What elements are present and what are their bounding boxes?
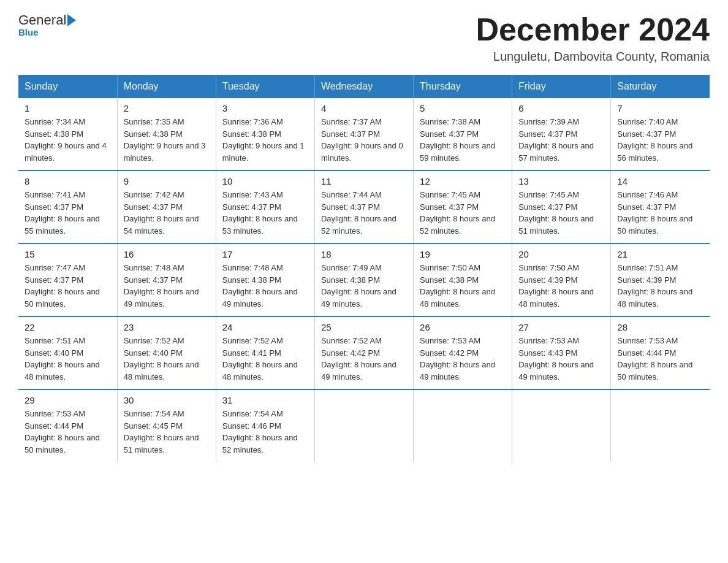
day-number: 1: [25, 103, 111, 113]
day-info: Sunrise: 7:51 AM Sunset: 4:39 PM Dayligh…: [617, 262, 703, 310]
day-number: 11: [321, 176, 407, 186]
calendar-cell: 31 Sunrise: 7:54 AM Sunset: 4:46 PM Dayl…: [216, 389, 314, 462]
day-info: Sunrise: 7:47 AM Sunset: 4:37 PM Dayligh…: [25, 262, 111, 310]
day-number: 23: [124, 322, 210, 332]
day-number: 5: [420, 103, 506, 113]
calendar-cell: 9 Sunrise: 7:42 AM Sunset: 4:37 PM Dayli…: [117, 170, 216, 243]
day-number: 13: [518, 176, 604, 186]
calendar-cell: 22 Sunrise: 7:51 AM Sunset: 4:40 PM Dayl…: [18, 316, 117, 389]
logo-general: General: [18, 12, 66, 28]
calendar-cell: 28 Sunrise: 7:53 AM Sunset: 4:44 PM Dayl…: [611, 316, 710, 389]
day-info: Sunrise: 7:48 AM Sunset: 4:37 PM Dayligh…: [124, 262, 210, 310]
day-number: 20: [518, 249, 604, 259]
calendar-title: December 2024: [476, 12, 710, 47]
weekday-header-sunday: Sunday: [18, 75, 117, 98]
day-number: 12: [420, 176, 506, 186]
day-info: Sunrise: 7:50 AM Sunset: 4:39 PM Dayligh…: [518, 262, 604, 310]
calendar-cell: 26 Sunrise: 7:53 AM Sunset: 4:42 PM Dayl…: [414, 316, 512, 389]
day-number: 28: [617, 322, 703, 332]
day-info: Sunrise: 7:38 AM Sunset: 4:37 PM Dayligh…: [420, 116, 506, 164]
calendar-cell: 5 Sunrise: 7:38 AM Sunset: 4:37 PM Dayli…: [414, 98, 512, 170]
week-row-5: 29 Sunrise: 7:53 AM Sunset: 4:44 PM Dayl…: [18, 389, 710, 462]
day-number: 25: [321, 322, 407, 332]
calendar-cell: 20 Sunrise: 7:50 AM Sunset: 4:39 PM Dayl…: [512, 243, 611, 316]
week-row-1: 1 Sunrise: 7:34 AM Sunset: 4:38 PM Dayli…: [18, 98, 710, 170]
day-number: 9: [124, 176, 210, 186]
weekday-header-tuesday: Tuesday: [216, 75, 314, 98]
day-info: Sunrise: 7:40 AM Sunset: 4:37 PM Dayligh…: [617, 116, 703, 164]
logo-blue: Blue: [18, 27, 76, 37]
day-info: Sunrise: 7:54 AM Sunset: 4:45 PM Dayligh…: [124, 408, 210, 456]
day-number: 22: [25, 322, 111, 332]
calendar-cell: 29 Sunrise: 7:53 AM Sunset: 4:44 PM Dayl…: [18, 389, 117, 462]
day-number: 18: [321, 249, 407, 259]
calendar-cell: [512, 389, 611, 462]
day-info: Sunrise: 7:42 AM Sunset: 4:37 PM Dayligh…: [124, 189, 210, 237]
calendar-cell: [611, 389, 710, 462]
page-header: General Blue December 2024 Lunguletu, Da…: [18, 12, 710, 64]
calendar-cell: 10 Sunrise: 7:43 AM Sunset: 4:37 PM Dayl…: [216, 170, 314, 243]
day-info: Sunrise: 7:50 AM Sunset: 4:38 PM Dayligh…: [420, 262, 506, 310]
day-info: Sunrise: 7:52 AM Sunset: 4:42 PM Dayligh…: [321, 335, 407, 383]
calendar-cell: 11 Sunrise: 7:44 AM Sunset: 4:37 PM Dayl…: [314, 170, 413, 243]
weekday-header-friday: Friday: [512, 75, 611, 98]
calendar-cell: 14 Sunrise: 7:46 AM Sunset: 4:37 PM Dayl…: [611, 170, 710, 243]
calendar-cell: 15 Sunrise: 7:47 AM Sunset: 4:37 PM Dayl…: [18, 243, 117, 316]
week-row-3: 15 Sunrise: 7:47 AM Sunset: 4:37 PM Dayl…: [18, 243, 710, 316]
day-number: 6: [518, 103, 604, 113]
week-row-4: 22 Sunrise: 7:51 AM Sunset: 4:40 PM Dayl…: [18, 316, 710, 389]
calendar-cell: 16 Sunrise: 7:48 AM Sunset: 4:37 PM Dayl…: [117, 243, 216, 316]
day-number: 15: [25, 249, 111, 259]
day-info: Sunrise: 7:53 AM Sunset: 4:44 PM Dayligh…: [617, 335, 703, 383]
day-number: 17: [222, 249, 308, 259]
day-number: 14: [617, 176, 703, 186]
calendar-cell: 19 Sunrise: 7:50 AM Sunset: 4:38 PM Dayl…: [414, 243, 512, 316]
logo-arrow-icon: [67, 14, 76, 26]
day-number: 29: [25, 395, 111, 405]
day-number: 30: [124, 395, 210, 405]
calendar-cell: 27 Sunrise: 7:53 AM Sunset: 4:43 PM Dayl…: [512, 316, 611, 389]
weekday-header-monday: Monday: [117, 75, 216, 98]
calendar-cell: 4 Sunrise: 7:37 AM Sunset: 4:37 PM Dayli…: [314, 98, 413, 170]
day-info: Sunrise: 7:53 AM Sunset: 4:43 PM Dayligh…: [518, 335, 604, 383]
day-info: Sunrise: 7:34 AM Sunset: 4:38 PM Dayligh…: [25, 116, 111, 164]
day-number: 4: [321, 103, 407, 113]
day-info: Sunrise: 7:36 AM Sunset: 4:38 PM Dayligh…: [222, 116, 308, 164]
calendar-cell: 13 Sunrise: 7:45 AM Sunset: 4:37 PM Dayl…: [512, 170, 611, 243]
day-info: Sunrise: 7:37 AM Sunset: 4:37 PM Dayligh…: [321, 116, 407, 164]
day-info: Sunrise: 7:35 AM Sunset: 4:38 PM Dayligh…: [124, 116, 210, 164]
calendar-cell: 17 Sunrise: 7:48 AM Sunset: 4:38 PM Dayl…: [216, 243, 314, 316]
day-info: Sunrise: 7:45 AM Sunset: 4:37 PM Dayligh…: [518, 189, 604, 237]
day-info: Sunrise: 7:52 AM Sunset: 4:41 PM Dayligh…: [222, 335, 308, 383]
day-info: Sunrise: 7:41 AM Sunset: 4:37 PM Dayligh…: [25, 189, 111, 237]
day-number: 31: [222, 395, 308, 405]
calendar-cell: 8 Sunrise: 7:41 AM Sunset: 4:37 PM Dayli…: [18, 170, 117, 243]
day-number: 24: [222, 322, 308, 332]
day-number: 2: [124, 103, 210, 113]
day-info: Sunrise: 7:48 AM Sunset: 4:38 PM Dayligh…: [222, 262, 308, 310]
calendar-cell: 12 Sunrise: 7:45 AM Sunset: 4:37 PM Dayl…: [414, 170, 512, 243]
header-row: SundayMondayTuesdayWednesdayThursdayFrid…: [18, 75, 710, 98]
title-block: December 2024 Lunguletu, Dambovita Count…: [476, 12, 710, 64]
calendar-cell: 25 Sunrise: 7:52 AM Sunset: 4:42 PM Dayl…: [314, 316, 413, 389]
weekday-header-wednesday: Wednesday: [314, 75, 413, 98]
calendar-cell: 30 Sunrise: 7:54 AM Sunset: 4:45 PM Dayl…: [117, 389, 216, 462]
day-number: 21: [617, 249, 703, 259]
day-info: Sunrise: 7:43 AM Sunset: 4:37 PM Dayligh…: [222, 189, 308, 237]
calendar-table: SundayMondayTuesdayWednesdayThursdayFrid…: [18, 75, 710, 462]
day-number: 7: [617, 103, 703, 113]
calendar-cell: 24 Sunrise: 7:52 AM Sunset: 4:41 PM Dayl…: [216, 316, 314, 389]
calendar-cell: 18 Sunrise: 7:49 AM Sunset: 4:38 PM Dayl…: [314, 243, 413, 316]
day-info: Sunrise: 7:46 AM Sunset: 4:37 PM Dayligh…: [617, 189, 703, 237]
day-number: 10: [222, 176, 308, 186]
week-row-2: 8 Sunrise: 7:41 AM Sunset: 4:37 PM Dayli…: [18, 170, 710, 243]
calendar-cell: 21 Sunrise: 7:51 AM Sunset: 4:39 PM Dayl…: [611, 243, 710, 316]
calendar-cell: 6 Sunrise: 7:39 AM Sunset: 4:37 PM Dayli…: [512, 98, 611, 170]
calendar-cell: [414, 389, 512, 462]
day-number: 16: [124, 249, 210, 259]
calendar-cell: 23 Sunrise: 7:52 AM Sunset: 4:40 PM Dayl…: [117, 316, 216, 389]
weekday-header-saturday: Saturday: [611, 75, 710, 98]
day-number: 26: [420, 322, 506, 332]
day-number: 19: [420, 249, 506, 259]
calendar-cell: 7 Sunrise: 7:40 AM Sunset: 4:37 PM Dayli…: [611, 98, 710, 170]
